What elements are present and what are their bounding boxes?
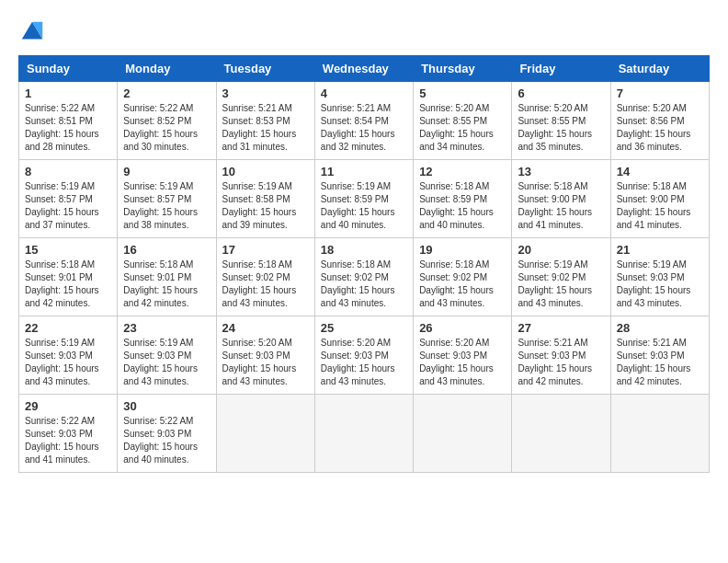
calendar-cell: 8 Sunrise: 5:19 AMSunset: 8:57 PMDayligh… (19, 160, 118, 238)
week-row-4: 29 Sunrise: 5:22 AMSunset: 9:03 PMDaylig… (19, 395, 710, 473)
cell-info: Sunrise: 5:21 AMSunset: 8:53 PMDaylight:… (222, 102, 309, 154)
calendar-cell: 24 Sunrise: 5:20 AMSunset: 9:03 PMDaylig… (216, 316, 314, 395)
cell-info: Sunrise: 5:22 AMSunset: 8:52 PMDaylight:… (123, 102, 210, 154)
header-tuesday: Tuesday (216, 56, 314, 82)
day-number: 25 (321, 321, 407, 335)
calendar-cell: 21 Sunrise: 5:19 AMSunset: 9:03 PMDaylig… (610, 238, 709, 316)
calendar-cell: 27 Sunrise: 5:21 AMSunset: 9:03 PMDaylig… (512, 316, 610, 395)
day-number: 19 (419, 243, 506, 257)
calendar-cell: 2 Sunrise: 5:22 AMSunset: 8:52 PMDayligh… (118, 82, 216, 160)
day-number: 4 (321, 86, 407, 100)
day-number: 26 (419, 321, 506, 335)
calendar-cell: 20 Sunrise: 5:19 AMSunset: 9:02 PMDaylig… (512, 238, 610, 316)
day-number: 16 (123, 243, 210, 257)
day-number: 17 (222, 243, 309, 257)
cell-info: Sunrise: 5:22 AMSunset: 9:03 PMDaylight:… (25, 415, 111, 466)
cell-info: Sunrise: 5:19 AMSunset: 8:59 PMDaylight:… (321, 180, 407, 232)
header-thursday: Thursday (414, 56, 512, 82)
calendar-cell: 4 Sunrise: 5:21 AMSunset: 8:54 PMDayligh… (314, 82, 413, 160)
calendar-cell: 18 Sunrise: 5:18 AMSunset: 9:02 PMDaylig… (314, 238, 413, 316)
cell-info: Sunrise: 5:18 AMSunset: 9:00 PMDaylight:… (518, 180, 604, 232)
day-number: 13 (518, 165, 604, 178)
calendar-cell: 16 Sunrise: 5:18 AMSunset: 9:01 PMDaylig… (118, 238, 216, 316)
week-row-1: 8 Sunrise: 5:19 AMSunset: 8:57 PMDayligh… (19, 160, 710, 238)
cell-info: Sunrise: 5:18 AMSunset: 9:02 PMDaylight:… (321, 259, 407, 310)
day-number: 18 (321, 243, 407, 257)
day-number: 14 (617, 165, 703, 178)
cell-info: Sunrise: 5:19 AMSunset: 8:57 PMDaylight:… (25, 180, 111, 232)
calendar: SundayMondayTuesdayWednesdayThursdayFrid… (18, 55, 710, 473)
calendar-cell: 26 Sunrise: 5:20 AMSunset: 9:03 PMDaylig… (414, 316, 512, 395)
cell-info: Sunrise: 5:19 AMSunset: 8:57 PMDaylight:… (123, 180, 210, 232)
cell-info: Sunrise: 5:18 AMSunset: 9:01 PMDaylight:… (123, 259, 210, 310)
calendar-cell: 22 Sunrise: 5:19 AMSunset: 9:03 PMDaylig… (19, 316, 118, 395)
calendar-cell (610, 395, 709, 473)
cell-info: Sunrise: 5:20 AMSunset: 8:55 PMDaylight:… (419, 102, 506, 154)
day-number: 6 (518, 86, 604, 100)
day-number: 2 (123, 86, 210, 100)
cell-info: Sunrise: 5:21 AMSunset: 9:03 PMDaylight:… (518, 337, 604, 388)
calendar-cell: 9 Sunrise: 5:19 AMSunset: 8:57 PMDayligh… (118, 160, 216, 238)
cell-info: Sunrise: 5:19 AMSunset: 9:03 PMDaylight:… (123, 337, 210, 388)
cell-info: Sunrise: 5:22 AMSunset: 9:03 PMDaylight:… (123, 415, 210, 466)
day-number: 30 (123, 399, 210, 413)
calendar-cell (314, 395, 413, 473)
day-number: 3 (222, 86, 309, 100)
cell-info: Sunrise: 5:20 AMSunset: 8:56 PMDaylight:… (617, 102, 703, 154)
cell-info: Sunrise: 5:18 AMSunset: 9:01 PMDaylight:… (25, 259, 111, 310)
calendar-cell: 29 Sunrise: 5:22 AMSunset: 9:03 PMDaylig… (19, 395, 118, 473)
day-number: 28 (617, 321, 703, 335)
week-row-2: 15 Sunrise: 5:18 AMSunset: 9:01 PMDaylig… (19, 238, 710, 316)
calendar-cell: 1 Sunrise: 5:22 AMSunset: 8:51 PMDayligh… (19, 82, 118, 160)
day-number: 27 (518, 321, 604, 335)
cell-info: Sunrise: 5:18 AMSunset: 9:02 PMDaylight:… (419, 259, 506, 310)
calendar-cell: 28 Sunrise: 5:21 AMSunset: 9:03 PMDaylig… (610, 316, 709, 395)
calendar-cell: 19 Sunrise: 5:18 AMSunset: 9:02 PMDaylig… (414, 238, 512, 316)
day-number: 23 (123, 321, 210, 335)
calendar-cell (216, 395, 314, 473)
cell-info: Sunrise: 5:20 AMSunset: 9:03 PMDaylight:… (419, 337, 506, 388)
calendar-cell (512, 395, 610, 473)
cell-info: Sunrise: 5:20 AMSunset: 9:03 PMDaylight:… (222, 337, 309, 388)
day-number: 22 (25, 321, 111, 335)
calendar-cell: 11 Sunrise: 5:19 AMSunset: 8:59 PMDaylig… (314, 160, 413, 238)
week-row-0: 1 Sunrise: 5:22 AMSunset: 8:51 PMDayligh… (19, 82, 710, 160)
calendar-cell: 30 Sunrise: 5:22 AMSunset: 9:03 PMDaylig… (118, 395, 216, 473)
day-number: 5 (419, 86, 506, 100)
cell-info: Sunrise: 5:18 AMSunset: 8:59 PMDaylight:… (419, 180, 506, 232)
cell-info: Sunrise: 5:21 AMSunset: 9:03 PMDaylight:… (617, 337, 703, 388)
header-friday: Friday (512, 56, 610, 82)
page-header (18, 18, 710, 46)
day-number: 15 (25, 243, 111, 257)
day-number: 20 (518, 243, 604, 257)
calendar-cell: 14 Sunrise: 5:18 AMSunset: 9:00 PMDaylig… (610, 160, 709, 238)
day-number: 8 (25, 165, 111, 178)
calendar-cell: 17 Sunrise: 5:18 AMSunset: 9:02 PMDaylig… (216, 238, 314, 316)
calendar-cell: 10 Sunrise: 5:19 AMSunset: 8:58 PMDaylig… (216, 160, 314, 238)
calendar-cell (414, 395, 512, 473)
calendar-cell: 12 Sunrise: 5:18 AMSunset: 8:59 PMDaylig… (414, 160, 512, 238)
day-number: 21 (617, 243, 703, 257)
day-number: 11 (321, 165, 407, 178)
cell-info: Sunrise: 5:20 AMSunset: 9:03 PMDaylight:… (321, 337, 407, 388)
week-row-3: 22 Sunrise: 5:19 AMSunset: 9:03 PMDaylig… (19, 316, 710, 395)
calendar-header-row: SundayMondayTuesdayWednesdayThursdayFrid… (19, 56, 710, 82)
day-number: 29 (25, 399, 111, 413)
calendar-cell: 7 Sunrise: 5:20 AMSunset: 8:56 PMDayligh… (610, 82, 709, 160)
calendar-cell: 23 Sunrise: 5:19 AMSunset: 9:03 PMDaylig… (118, 316, 216, 395)
logo (18, 18, 50, 46)
day-number: 10 (222, 165, 309, 178)
header-saturday: Saturday (610, 56, 709, 82)
calendar-cell: 15 Sunrise: 5:18 AMSunset: 9:01 PMDaylig… (19, 238, 118, 316)
day-number: 24 (222, 321, 309, 335)
header-sunday: Sunday (19, 56, 118, 82)
cell-info: Sunrise: 5:19 AMSunset: 9:03 PMDaylight:… (617, 259, 703, 310)
calendar-cell: 5 Sunrise: 5:20 AMSunset: 8:55 PMDayligh… (414, 82, 512, 160)
cell-info: Sunrise: 5:19 AMSunset: 9:02 PMDaylight:… (518, 259, 604, 310)
cell-info: Sunrise: 5:19 AMSunset: 8:58 PMDaylight:… (222, 180, 309, 232)
day-number: 7 (617, 86, 703, 100)
cell-info: Sunrise: 5:18 AMSunset: 9:02 PMDaylight:… (222, 259, 309, 310)
day-number: 12 (419, 165, 506, 178)
cell-info: Sunrise: 5:20 AMSunset: 8:55 PMDaylight:… (518, 102, 604, 154)
header-wednesday: Wednesday (314, 56, 413, 82)
